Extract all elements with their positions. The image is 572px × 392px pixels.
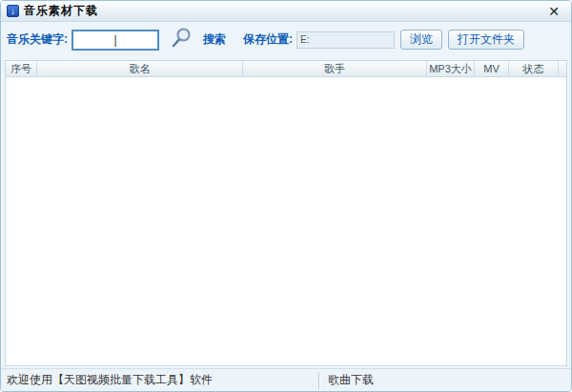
keyword-input[interactable] <box>72 30 159 51</box>
column-header-song[interactable]: 歌名 <box>37 61 243 76</box>
column-header-singer[interactable]: 歌手 <box>243 61 427 76</box>
status-message-welcome: 欢迎使用【天图视频批量下载工具】软件 <box>1 372 318 388</box>
column-header-status[interactable]: 状态 <box>509 61 559 76</box>
status-message-mode: 歌曲下载 <box>320 372 571 388</box>
app-window: ↓ 音乐素材下载 ✕ 音乐关键字: 搜索 保存位置: 浏览 打开文件夹 序号 歌… <box>0 0 572 392</box>
status-bar: 欢迎使用【天图视频批量下载工具】软件 歌曲下载 <box>1 368 571 391</box>
song-table: 序号 歌名 歌手 MP3大小 MV 状态 <box>5 60 567 366</box>
toolbar: 音乐关键字: 搜索 保存位置: 浏览 打开文件夹 <box>1 22 571 57</box>
window-title: 音乐素材下载 <box>24 3 98 19</box>
column-header-index[interactable]: 序号 <box>6 61 37 76</box>
open-folder-button[interactable]: 打开文件夹 <box>448 30 524 50</box>
browse-button[interactable]: 浏览 <box>400 30 442 50</box>
column-header-mv[interactable]: MV <box>475 61 509 76</box>
title-bar[interactable]: ↓ 音乐素材下载 ✕ <box>1 1 571 22</box>
app-icon: ↓ <box>7 5 19 17</box>
column-header-extra <box>559 61 566 76</box>
search-button[interactable] <box>167 27 195 53</box>
search-label[interactable]: 搜索 <box>203 31 226 48</box>
save-location-label: 保存位置: <box>243 31 293 48</box>
close-icon[interactable]: ✕ <box>544 4 563 19</box>
table-body-empty[interactable] <box>6 77 566 365</box>
column-header-mp3size[interactable]: MP3大小 <box>427 61 475 76</box>
save-path-field[interactable] <box>296 31 395 49</box>
search-icon <box>170 27 193 53</box>
keyword-label: 音乐关键字: <box>7 31 68 48</box>
table-header-row: 序号 歌名 歌手 MP3大小 MV 状态 <box>6 61 566 77</box>
